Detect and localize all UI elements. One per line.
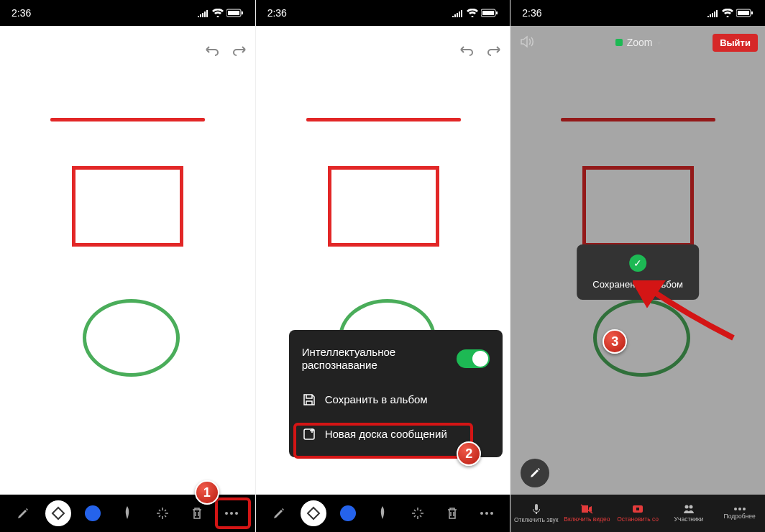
- svg-point-3: [225, 512, 228, 515]
- svg-rect-1: [228, 11, 239, 15]
- undo-icon[interactable]: [458, 43, 474, 56]
- undo-icon[interactable]: [203, 43, 219, 56]
- speaker-icon[interactable]: [519, 35, 535, 50]
- mute-button[interactable]: Отключить звук: [510, 495, 562, 532]
- wifi-icon: [722, 9, 733, 17]
- shield-icon: [615, 39, 623, 46]
- participants-icon: [682, 504, 695, 514]
- more-tool[interactable]: [474, 500, 500, 526]
- stop-share-icon: [631, 504, 644, 514]
- zoom-topbar: Zoom ▾ Выйти: [510, 26, 765, 59]
- status-time: 2:36: [267, 7, 287, 19]
- svg-point-21: [743, 508, 746, 510]
- wand-tool[interactable]: [150, 500, 175, 526]
- color-tool[interactable]: [80, 500, 106, 526]
- video-off-icon: [580, 504, 593, 514]
- svg-rect-2: [242, 12, 243, 14]
- popup-newboard-label: Новая доска сообщений: [325, 428, 490, 441]
- popup-smart-label: Интеллектуальное распознавание: [302, 346, 449, 373]
- svg-rect-7: [482, 11, 494, 15]
- color-tool[interactable]: [335, 500, 361, 526]
- whiteboard-toolbar: [0, 495, 255, 532]
- pencil-tool[interactable]: [10, 500, 36, 526]
- popup-smart-recognition[interactable]: Интеллектуальное распознавание: [289, 336, 503, 383]
- trash-tool[interactable]: [439, 500, 465, 526]
- status-bar: 2:36: [0, 0, 255, 26]
- svg-rect-14: [738, 11, 749, 15]
- toast-text: Сохранено в альбом: [592, 279, 683, 290]
- more-icon: [733, 507, 746, 511]
- status-icons: [452, 9, 498, 17]
- svg-point-18: [689, 505, 692, 509]
- leave-button[interactable]: Выйти: [713, 34, 758, 52]
- color-dot-icon: [340, 505, 356, 521]
- svg-point-12: [490, 512, 493, 515]
- svg-rect-15: [751, 12, 753, 14]
- pencil-tool[interactable]: [266, 500, 292, 526]
- wifi-icon: [212, 9, 224, 17]
- color-dot-icon: [85, 505, 101, 521]
- popup-save-label: Сохранить в альбом: [325, 393, 490, 407]
- svg-point-17: [684, 505, 688, 509]
- undo-redo-bar: [203, 43, 248, 56]
- redo-icon[interactable]: [232, 43, 248, 56]
- svg-point-5: [235, 512, 238, 515]
- status-time: 2:36: [12, 7, 31, 19]
- drawn-rectangle: [328, 166, 439, 247]
- signal-icon: [452, 9, 464, 17]
- status-bar: 2:36: [510, 0, 765, 26]
- svg-point-10: [480, 512, 483, 515]
- drawn-ellipse: [83, 299, 180, 377]
- stop-share-button[interactable]: Остановить со: [613, 495, 664, 532]
- zoom-title[interactable]: Zoom ▾: [615, 37, 661, 48]
- svg-point-4: [230, 512, 233, 515]
- whiteboard-canvas[interactable]: [0, 26, 255, 495]
- battery-icon: [481, 9, 498, 17]
- svg-point-11: [485, 512, 488, 515]
- video-button[interactable]: Включить видео: [562, 495, 613, 532]
- drawn-line: [50, 118, 205, 121]
- svg-point-19: [734, 508, 737, 510]
- more-tool[interactable]: [219, 500, 244, 526]
- popup-save-to-album[interactable]: Сохранить в альбом: [289, 382, 503, 417]
- redo-icon[interactable]: [487, 43, 503, 56]
- svg-point-20: [738, 508, 741, 510]
- drawn-rectangle: [72, 166, 183, 247]
- zoom-bottom-bar: Отключить звук Включить видео Остановить…: [510, 495, 765, 532]
- eraser-tool[interactable]: [45, 500, 71, 526]
- wifi-icon: [467, 9, 478, 17]
- battery-icon: [736, 9, 753, 17]
- chevron-down-icon: ▾: [657, 39, 661, 47]
- stylus-tool[interactable]: [370, 500, 395, 526]
- saved-toast: ✓ Сохранено в альбом: [577, 244, 699, 300]
- wand-tool[interactable]: [405, 500, 431, 526]
- mic-icon: [531, 503, 542, 515]
- participants-button[interactable]: Участники: [664, 495, 715, 532]
- undo-redo-bar: [458, 43, 503, 56]
- status-time: 2:36: [522, 7, 541, 19]
- new-board-icon: [302, 427, 316, 441]
- eraser-tool[interactable]: [301, 500, 326, 526]
- more-popup-menu: Интеллектуальное распознавание Сохранить…: [289, 330, 503, 458]
- status-icons: [707, 9, 753, 17]
- stylus-tool[interactable]: [114, 500, 140, 526]
- signal-icon: [198, 9, 209, 17]
- whiteboard-canvas[interactable]: Интеллектуальное распознавание Сохранить…: [256, 26, 510, 495]
- status-icons: [198, 9, 244, 17]
- toggle-on-icon[interactable]: [457, 349, 490, 368]
- svg-rect-8: [496, 12, 498, 14]
- step-badge-1: 1: [195, 480, 219, 505]
- signal-icon: [707, 9, 719, 17]
- check-icon: ✓: [629, 254, 646, 272]
- status-bar: 2:36: [256, 0, 510, 26]
- drawn-line: [306, 118, 461, 121]
- more-button[interactable]: Подробнее: [714, 495, 765, 532]
- pencil-icon: [528, 467, 541, 480]
- battery-icon: [226, 9, 244, 17]
- save-icon: [302, 393, 316, 407]
- whiteboard-toolbar: [256, 495, 510, 532]
